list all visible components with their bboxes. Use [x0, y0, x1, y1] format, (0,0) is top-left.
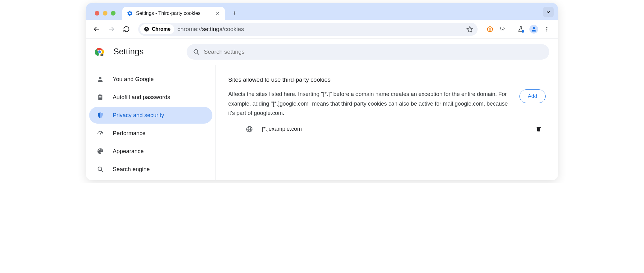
back-button[interactable]: [90, 23, 103, 35]
sidebar-item-label: Privacy and security: [113, 112, 164, 119]
search-settings-field[interactable]: [187, 44, 549, 60]
toolbar-actions: [483, 25, 554, 34]
svg-point-14: [194, 49, 197, 53]
svg-point-17: [98, 167, 102, 171]
svg-point-8: [546, 30, 547, 31]
chrome-icon: [144, 26, 149, 32]
svg-point-16: [100, 133, 101, 134]
sidebar-item-label: Appearance: [113, 148, 144, 155]
tab-search-button[interactable]: [543, 7, 554, 17]
site-chip-label: Chrome: [152, 26, 170, 32]
speedometer-icon: [97, 130, 104, 137]
sidebar-item-search-engine[interactable]: Search engine: [89, 161, 212, 178]
chrome-menu-icon[interactable]: [542, 25, 551, 34]
maximize-window-button[interactable]: [111, 11, 116, 16]
search-icon: [97, 166, 104, 173]
address-bar[interactable]: Chrome chrome://settings/cookies: [138, 23, 478, 36]
svg-point-2: [146, 29, 147, 30]
tab-title: Settings - Third-party cookies: [136, 11, 212, 16]
delete-site-button[interactable]: [536, 126, 542, 133]
person-icon: [97, 75, 104, 83]
settings-gear-icon: [127, 10, 133, 16]
extensions-puzzle-icon[interactable]: [499, 25, 507, 34]
sidebar-item-performance[interactable]: Performance: [89, 125, 212, 142]
close-window-button[interactable]: [95, 11, 99, 16]
extension-openvpn-icon[interactable]: [486, 25, 494, 34]
svg-text:Beta: Beta: [101, 54, 103, 55]
site-chip[interactable]: Chrome: [140, 24, 174, 34]
toolbar-divider: [512, 26, 512, 33]
browser-window: Settings - Third-party cookies: [86, 3, 558, 180]
sidebar-item-privacy-security[interactable]: Privacy and security: [89, 107, 212, 124]
site-domain: [*.]example.com: [262, 126, 527, 132]
close-tab-icon[interactable]: [215, 11, 220, 16]
palette-icon: [97, 148, 104, 155]
svg-point-5: [533, 27, 535, 29]
settings-body: You and Google Autofill and passwords Pr…: [86, 65, 558, 180]
svg-point-15: [99, 77, 101, 79]
settings-sidebar: You and Google Autofill and passwords Pr…: [86, 65, 216, 180]
svg-point-4: [522, 30, 524, 33]
svg-point-7: [546, 29, 547, 30]
window-controls: [92, 11, 118, 20]
clipboard-icon: [97, 93, 104, 101]
settings-content: Sites allowed to use third-party cookies…: [216, 65, 558, 180]
new-tab-button[interactable]: [229, 7, 240, 19]
labs-flask-icon[interactable]: [516, 25, 525, 34]
settings-header: Beta Settings: [86, 39, 558, 65]
sidebar-item-label: You and Google: [113, 76, 154, 83]
minimize-window-button[interactable]: [103, 11, 107, 16]
globe-icon: [246, 125, 253, 133]
svg-point-6: [546, 27, 547, 28]
section-description: Affects the sites listed here. Inserting…: [228, 89, 511, 118]
add-site-button[interactable]: Add: [519, 89, 546, 103]
sidebar-item-appearance[interactable]: Appearance: [89, 143, 212, 160]
section-title: Sites allowed to use third-party cookies: [228, 76, 546, 83]
allowed-site-row: [*.]example.com: [228, 118, 546, 133]
tab-strip: Settings - Third-party cookies: [86, 3, 558, 20]
search-icon: [193, 48, 200, 55]
url-text: chrome://settings/cookies: [177, 26, 244, 33]
reload-button[interactable]: [120, 23, 133, 35]
browser-tab[interactable]: Settings - Third-party cookies: [122, 7, 225, 20]
sidebar-item-you-and-google[interactable]: You and Google: [89, 71, 212, 88]
chrome-logo-icon: Beta: [95, 47, 105, 57]
sidebar-item-label: Autofill and passwords: [113, 94, 170, 101]
profile-avatar-icon[interactable]: [529, 25, 538, 34]
browser-toolbar: Chrome chrome://settings/cookies: [86, 20, 558, 39]
sidebar-item-autofill[interactable]: Autofill and passwords: [89, 89, 212, 106]
forward-button[interactable]: [105, 23, 118, 35]
page-title: Settings: [113, 47, 144, 57]
shield-icon: [97, 111, 104, 119]
sidebar-item-label: Performance: [113, 130, 146, 137]
bookmark-star-icon[interactable]: [466, 26, 473, 33]
search-settings-input[interactable]: [204, 48, 543, 55]
sidebar-item-label: Search engine: [113, 166, 150, 173]
